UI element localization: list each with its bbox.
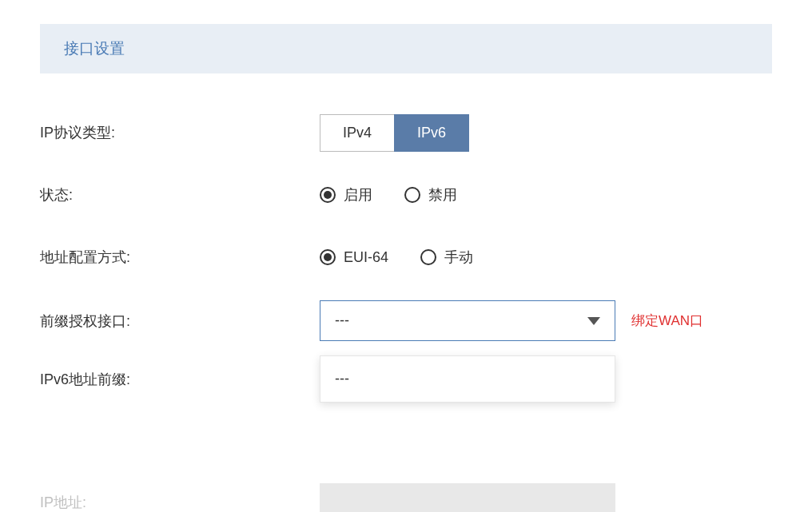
control-status: 启用 禁用 [320,185,457,204]
control-ip-address [320,483,615,512]
eui64-label: EUI-64 [344,249,388,266]
chevron-down-icon [587,317,600,325]
control-ip-protocol: IPv4 IPv6 [320,114,469,152]
prefix-interface-hint: 绑定WAN口 [631,312,703,330]
row-prefix-interface: 前缀授权接口: --- --- 绑定WAN口 [40,300,772,341]
status-enable-label: 启用 [344,185,372,204]
label-address-config: 地址配置方式: [40,248,320,267]
radio-icon [320,187,336,203]
eui64-radio[interactable]: EUI-64 [320,249,388,266]
label-status: 状态: [40,185,320,204]
manual-radio[interactable]: 手动 [420,248,473,267]
ip-protocol-toggle: IPv4 IPv6 [320,114,469,152]
label-prefix-interface: 前缀授权接口: [40,312,320,331]
prefix-interface-dropdown: --- [320,355,615,403]
prefix-interface-value: --- [335,312,349,329]
dropdown-option[interactable]: --- [335,371,600,387]
row-ip-protocol: IP协议类型: IPv4 IPv6 [40,113,772,152]
manual-label: 手动 [444,248,473,267]
control-address-config: EUI-64 手动 [320,248,473,267]
row-status: 状态: 启用 禁用 [40,176,772,214]
section-header: 接口设置 [40,24,772,73]
prefix-interface-select[interactable]: --- [320,300,615,341]
ipv4-button[interactable]: IPv4 [320,114,394,152]
label-ipv6-prefix-visible: IPv6地址前缀: [40,370,320,389]
label-ip-address: IP地址: [40,493,320,512]
row-ipv6-prefix-visible: IPv6地址前缀: [40,370,320,389]
row-ip-address: IP地址: [40,483,772,512]
row-address-config: 地址配置方式: EUI-64 手动 [40,238,772,276]
status-disable-label: 禁用 [428,185,457,204]
ipv6-button[interactable]: IPv6 [394,114,469,152]
status-enable-radio[interactable]: 启用 [320,185,372,204]
address-config-radio-group: EUI-64 手动 [320,248,473,267]
status-disable-radio[interactable]: 禁用 [404,185,457,204]
ip-address-input [320,483,615,512]
radio-icon [420,249,436,265]
prefix-interface-select-wrapper: --- --- [320,300,615,341]
radio-icon [404,187,420,203]
radio-icon [320,249,336,265]
status-radio-group: 启用 禁用 [320,185,457,204]
section-title: 接口设置 [64,40,125,57]
control-prefix-interface: --- --- 绑定WAN口 [320,300,703,341]
label-ip-protocol: IP协议类型: [40,123,320,142]
